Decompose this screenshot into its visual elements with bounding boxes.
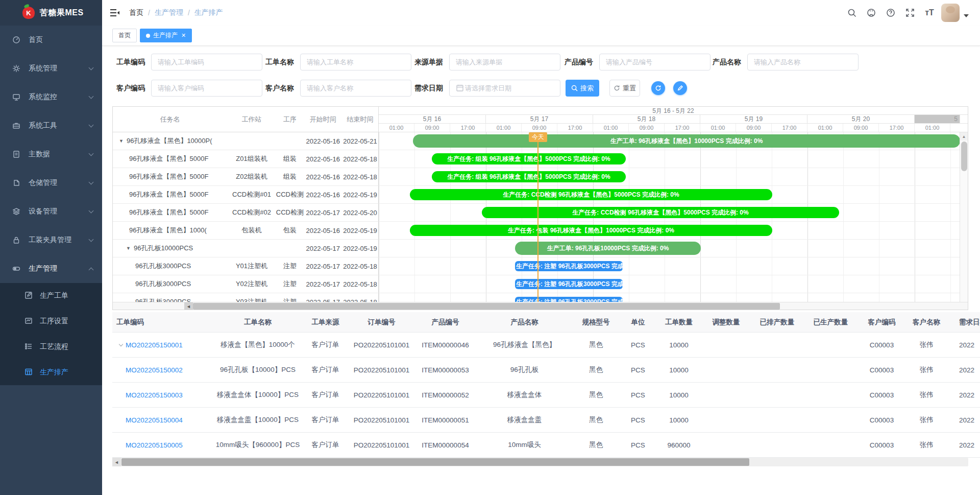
scrollbar-thumb[interactable] xyxy=(193,303,780,310)
chevron-down-icon[interactable] xyxy=(964,14,969,17)
work-order-code-input[interactable] xyxy=(151,54,262,70)
scrollbar-left-arrow-icon[interactable]: ◄ xyxy=(112,458,121,466)
table-row[interactable]: MO202205150004 移液盒盒盖【10000】PCS 客户订单 PO20… xyxy=(112,408,980,433)
customer-name-input[interactable] xyxy=(300,80,411,97)
gantt-row[interactable]: 96孔孔板3000PCS Y01注塑机 注塑 2022-05-17 2022-0… xyxy=(113,257,378,275)
chevron-down-icon xyxy=(89,180,94,185)
github-icon[interactable] xyxy=(864,5,879,20)
sidebar-item-equipment[interactable]: 设备管理 xyxy=(0,197,102,226)
sidebar-item-warehouse[interactable]: 仓储管理 xyxy=(0,169,102,197)
gantt-bar-task-selected[interactable]: 生产任务: 注塑 96孔孔板3000PCS 完成 xyxy=(515,279,623,289)
collapse-triangle-icon[interactable]: ▼ xyxy=(126,246,131,251)
gantt-time-header: 01:00 09:00 17:00 01:00 09:00 17:00 01:0… xyxy=(379,124,968,132)
sidebar-item-system-mgmt[interactable]: 系统管理 xyxy=(0,54,102,83)
sidebar-item-label: 生产工单 xyxy=(40,291,68,300)
tab-home[interactable]: 首页 xyxy=(112,29,137,42)
work-order-link[interactable]: MO202205150003 xyxy=(126,391,183,399)
gantt-day: 5月 18 xyxy=(593,115,700,123)
edit-pen-button[interactable] xyxy=(673,81,687,95)
collapse-triangle-icon[interactable]: ▼ xyxy=(119,138,124,144)
sidebar-item-fixtures[interactable]: 工装夹具管理 xyxy=(0,226,102,254)
sidebar-item-system-tools[interactable]: 系统工具 xyxy=(0,111,102,140)
gantt-row[interactable]: ▼96孔移液盒【黑色】10000P( 2022-05-16 2022-05-21 xyxy=(113,132,378,150)
gantt-bar-task[interactable]: 生产任务: 包装 96孔移液盒【黑色】10000PCS 完成比例: 0% xyxy=(410,225,772,236)
gantt-col-task: 任务名 xyxy=(113,115,228,124)
monitor-icon xyxy=(12,93,20,101)
gantt-row[interactable]: 96孔移液盒【黑色】5000F Z01组装机 组装 2022-05-16 202… xyxy=(113,150,378,168)
product-name-input[interactable] xyxy=(747,54,859,70)
scrollbar-thumb[interactable] xyxy=(121,458,749,466)
breadcrumb-production-mgmt[interactable]: 生产管理 xyxy=(155,8,183,17)
close-icon[interactable]: ✕ xyxy=(181,33,186,38)
sidebar-item-process-flow[interactable]: 工艺流程 xyxy=(0,334,102,360)
gantt-row[interactable]: 96孔孔板3000PCS Y02注塑机 注塑 2022-05-17 2022-0… xyxy=(113,275,378,293)
gantt-bar-task-selected[interactable]: 生产任务: 注塑 96孔孔板3000PCS 完成 xyxy=(515,261,623,271)
fullscreen-icon[interactable] xyxy=(902,5,918,20)
customer-code-input[interactable] xyxy=(151,80,262,97)
process-icon xyxy=(24,317,33,326)
gantt-bar-task[interactable]: 生产任务: CCD检测 96孔移液盒【黑色】5000PCS 完成比例: 0% xyxy=(482,207,839,218)
table-horizontal-scrollbar[interactable]: ◄ xyxy=(112,458,968,466)
gantt-bar-task[interactable]: 生产任务: CCD检测 96孔移液盒【黑色】5000PCS 完成比例: 0% xyxy=(410,189,772,200)
sidebar-item-system-monitor[interactable]: 系统监控 xyxy=(0,83,102,111)
col-source: 工单来源 xyxy=(301,318,350,327)
help-icon[interactable] xyxy=(883,5,898,20)
col-produced-qty: 已生产数量 xyxy=(804,318,857,327)
row-expand-icon[interactable] xyxy=(116,341,126,348)
reset-button[interactable]: 重置 xyxy=(609,80,640,97)
gantt-day: 5月 17 xyxy=(486,115,593,123)
demand-date-input[interactable] xyxy=(449,80,560,97)
tab-production-schedule[interactable]: 生产排产 ✕ xyxy=(140,29,192,42)
sidebar-item-production-mgmt[interactable]: 生产管理 xyxy=(0,254,102,283)
work-order-name-input[interactable] xyxy=(300,54,411,70)
source-doc-input[interactable] xyxy=(449,54,560,70)
gantt-row[interactable]: ▼96孔孔板10000PCS 2022-05-17 2022-05-19 xyxy=(113,240,378,257)
work-order-link[interactable]: MO202205150002 xyxy=(126,366,183,374)
sidebar-item-label: 主数据 xyxy=(29,150,89,159)
gantt-row[interactable]: 96孔移液盒【黑色】5000F Z02组装机 组装 2022-05-16 202… xyxy=(113,168,378,186)
avatar[interactable] xyxy=(941,4,960,22)
scrollbar-thumb[interactable] xyxy=(961,142,967,171)
table-row[interactable]: MO202205150001 移液盒【黑色】10000个 客户订单 PO2022… xyxy=(112,333,980,358)
gantt-row[interactable]: 96孔孔板3000PCS Y03注塑机 注塑 2022-05-17 2022-0… xyxy=(113,293,378,302)
gantt-horizontal-scrollbar[interactable]: ◄ xyxy=(113,302,968,310)
work-order-link[interactable]: MO202205150001 xyxy=(126,341,183,349)
search-button[interactable]: 搜索 xyxy=(566,80,599,97)
gantt-bar-task[interactable]: 生产任务: 组装 96孔移液盒【黑色】5000PCS 完成比例: 0% xyxy=(432,171,626,182)
gantt-bar-task[interactable]: 生产任务: 组装 96孔移液盒【黑色】5000PCS 完成比例: 0% xyxy=(432,153,626,164)
gantt-bar-order[interactable]: 生产工单: 96孔孔板10000PCS 完成比例: 0% xyxy=(515,242,701,255)
gantt-col-end: 结束时间 xyxy=(342,115,378,124)
breadcrumb-production-schedule[interactable]: 生产排产 xyxy=(194,8,223,17)
gantt-row[interactable]: 96孔移液盒【黑色】5000F CCD检测#01 CCD检测 2022-05-1… xyxy=(113,186,378,204)
gantt-row[interactable]: 96孔移液盒【黑色】1000( 包装机 包装 2022-05-16 2022-0… xyxy=(113,222,378,240)
breadcrumb-home[interactable]: 首页 xyxy=(129,8,143,17)
sidebar-item-production-schedule[interactable]: 生产排产 xyxy=(0,360,102,385)
app-logo[interactable]: K 苦糖果MES xyxy=(0,0,102,26)
gantt-bar-order[interactable]: 生产工单: 96孔移液盒【黑色】10000PCS 完成比例: 0% xyxy=(413,134,960,148)
table-header: 工单编码 工单名称 工单来源 订单编号 产品编号 产品名称 规格型号 单位 工单… xyxy=(112,312,980,333)
scrollbar-up-arrow-icon[interactable]: ▲ xyxy=(960,132,968,140)
table-row[interactable]: MO202205150002 96孔孔板【10000】PCS 客户订单 PO20… xyxy=(112,358,980,383)
work-order-link[interactable]: MO202205150005 xyxy=(126,441,183,449)
sidebar-item-master-data[interactable]: 主数据 xyxy=(0,140,102,169)
font-size-icon[interactable]: тT xyxy=(922,5,937,20)
filter-customer-code: 客户编码 xyxy=(116,80,262,97)
scrollbar-left-arrow-icon[interactable]: ◄ xyxy=(184,302,193,310)
refresh-button[interactable] xyxy=(651,81,665,95)
product-code-input[interactable] xyxy=(599,54,710,70)
chevron-down-icon xyxy=(89,237,94,242)
work-order-table: 工单编码 工单名称 工单来源 订单编号 产品编号 产品名称 规格型号 单位 工单… xyxy=(112,312,980,458)
table-row[interactable]: MO202205150005 10mm吸头【960000】PCS 客户订单 PO… xyxy=(112,433,980,458)
gantt-panel: 任务名 工作站 工序 开始时间 结束时间 ▼96孔移液盒【黑色】10000P( … xyxy=(112,106,968,310)
sidebar-item-home[interactable]: 首页 xyxy=(0,26,102,54)
gantt-vertical-scrollbar[interactable]: ▲ xyxy=(960,132,968,302)
sidebar-item-process-setting[interactable]: 工序设置 xyxy=(0,309,102,334)
gantt-row[interactable]: 96孔移液盒【黑色】5000F CCD检测#02 CCD检测 2022-05-1… xyxy=(113,204,378,222)
search-icon[interactable] xyxy=(844,5,860,20)
col-demand-date: 需求日期 xyxy=(947,318,980,327)
table-row[interactable]: MO202205150003 移液盒盒体【10000】PCS 客户订单 PO20… xyxy=(112,383,980,408)
sidebar-collapse-icon[interactable] xyxy=(110,9,120,17)
gantt-bar-task-selected[interactable]: 生产任务: 注塑 96孔孔板3000PCS 完成 xyxy=(515,297,623,302)
sidebar-item-work-order[interactable]: 生产工单 xyxy=(0,283,102,309)
work-order-link[interactable]: MO202205150004 xyxy=(126,416,183,424)
